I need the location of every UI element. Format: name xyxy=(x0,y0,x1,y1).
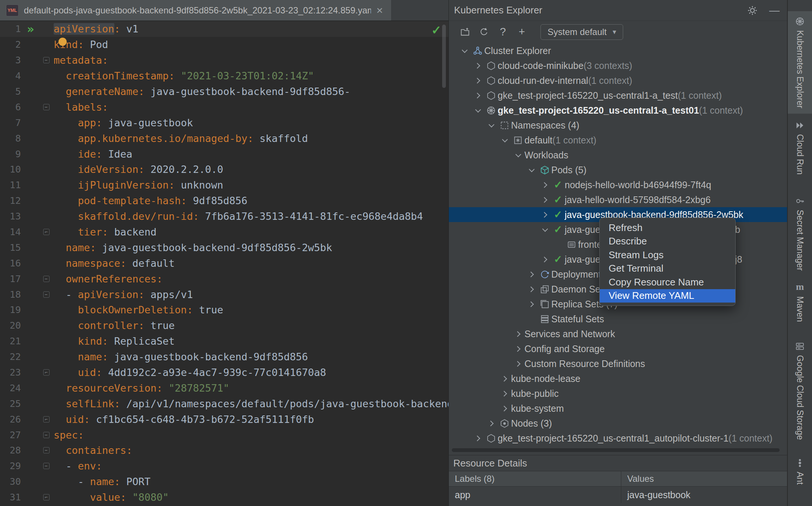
kube-context-dropdown[interactable]: System default ▾ xyxy=(540,24,623,40)
line-number[interactable]: 17 xyxy=(0,273,21,284)
tree-row-nodes-3-[interactable]: Nodes (3) xyxy=(449,416,787,431)
editor-line[interactable]: 18− - apiVersion: apps/v1 xyxy=(0,287,448,302)
tree-row-cloud-run-dev-internal[interactable]: cloud-run-dev-internal (1 context) xyxy=(449,73,787,88)
tree-row-kube-node-lease[interactable]: kube-node-lease xyxy=(449,371,787,386)
line-number[interactable]: 27 xyxy=(0,430,21,440)
editor-line[interactable]: 3−metadata: xyxy=(0,53,448,68)
line-number[interactable]: 20 xyxy=(0,320,21,331)
line-number[interactable]: 28 xyxy=(0,445,21,456)
line-number[interactable]: 2 xyxy=(0,39,21,50)
details-row[interactable]: app java-guestbook xyxy=(449,487,787,503)
chevron-right-icon[interactable] xyxy=(539,198,551,202)
tree-row-cloud-code-minikube[interactable]: cloud-code-minikube (3 contexts) xyxy=(449,58,787,73)
editor-line[interactable]: 13 skaffold.dev/run-id: 7fb6a176-3513-41… xyxy=(0,209,448,224)
fold-start-icon[interactable]: − xyxy=(43,447,50,453)
chevron-down-icon[interactable] xyxy=(525,169,538,171)
line-number[interactable]: 22 xyxy=(0,351,21,362)
chevron-down-icon[interactable] xyxy=(498,139,511,142)
chevron-down-icon[interactable] xyxy=(485,124,498,127)
menu-item-stream-logs[interactable]: Stream Logs xyxy=(600,248,735,262)
chevron-right-icon[interactable] xyxy=(512,362,524,366)
line-number[interactable]: 24 xyxy=(0,383,21,393)
tree-row-workloads[interactable]: Workloads xyxy=(449,148,787,162)
tree-row-gke-test-project-165220-us-central1-a-test[interactable]: gke_test-project-165220_us-central1-a_te… xyxy=(449,88,787,103)
tree-row-default[interactable]: default (1 context) xyxy=(449,133,787,148)
editor-line[interactable]: 29− - env: xyxy=(0,458,448,474)
line-number[interactable]: 9 xyxy=(0,149,21,159)
chevron-right-icon[interactable] xyxy=(472,64,484,68)
tree-row-namespaces-4-[interactable]: Namespaces (4) xyxy=(449,118,787,133)
tree-row-java-hello-world-57598df584-2xbg6[interactable]: ✓java-hello-world-57598df584-2xbg6 xyxy=(449,192,787,207)
chevron-right-icon[interactable] xyxy=(539,257,551,262)
chevron-right-icon[interactable] xyxy=(472,79,484,83)
chevron-right-icon[interactable] xyxy=(512,347,524,351)
editor-line[interactable]: 8 app.kubernetes.io/managed-by: skaffold xyxy=(0,130,448,146)
line-number[interactable]: 30 xyxy=(0,476,21,487)
menu-item-copy-resource-name[interactable]: Copy Resource Name xyxy=(600,275,735,289)
tool-stripe-cloud-run[interactable]: Cloud Run xyxy=(788,115,812,180)
editor-line[interactable]: 7 app: java-guestbook xyxy=(0,115,448,130)
tool-stripe-maven[interactable]: mMaven xyxy=(788,276,812,327)
line-number[interactable]: 1 xyxy=(0,23,21,34)
chevron-right-icon[interactable] xyxy=(498,407,511,411)
run-gutter-icon[interactable]: » xyxy=(27,22,34,36)
inspections-ok-icon[interactable]: ✓ xyxy=(431,23,441,37)
line-number[interactable]: 19 xyxy=(0,304,21,315)
menu-item-view-remote-yaml[interactable]: View Remote YAML xyxy=(600,289,735,303)
chevron-down-icon[interactable] xyxy=(472,109,484,112)
details-column-labels[interactable]: Labels (8) xyxy=(449,471,621,486)
editor-tab[interactable]: YML default-pods-java-guestbook-backend-… xyxy=(0,0,391,20)
tool-stripe-kubernetes-explorer[interactable]: Kubernetes Explorer xyxy=(788,11,812,114)
editor-line[interactable]: 12 pod-template-hash: 9df85d856 xyxy=(0,193,448,209)
fold-start-icon[interactable]: − xyxy=(43,432,50,438)
tree-row-kube-system[interactable]: kube-system xyxy=(449,401,787,416)
help-icon[interactable]: ? xyxy=(497,26,509,38)
chevron-right-icon[interactable] xyxy=(498,377,511,381)
tab-close-icon[interactable]: × xyxy=(376,5,383,16)
line-number[interactable]: 6 xyxy=(0,102,21,113)
editor-line[interactable]: 6− labels: xyxy=(0,99,448,115)
chevron-right-icon[interactable] xyxy=(498,392,511,396)
fold-end-icon[interactable]: ⌐ xyxy=(43,369,50,376)
editor-line[interactable]: 26⌐ uid: cf1bc654-c648-4b73-b672-52af511… xyxy=(0,411,448,427)
tree-row-cluster-explorer[interactable]: Cluster Explorer xyxy=(449,43,787,58)
line-number[interactable]: 11 xyxy=(0,180,21,190)
tree-row-kube-public[interactable]: kube-public xyxy=(449,386,787,401)
chevron-down-icon[interactable] xyxy=(539,228,551,231)
tool-stripe-google-cloud-storage[interactable]: Google Cloud Storage xyxy=(788,336,812,445)
line-number[interactable]: 10 xyxy=(0,164,21,175)
editor-line[interactable]: 21 kind: ReplicaSet xyxy=(0,333,448,349)
editor-line[interactable]: 19 blockOwnerDeletion: true xyxy=(0,302,448,318)
refresh-icon[interactable] xyxy=(478,26,490,38)
menu-item-get-terminal[interactable]: Get Terminal xyxy=(600,262,735,276)
chevron-right-icon[interactable] xyxy=(512,332,524,336)
tree-row-pods-5-[interactable]: Pods (5) xyxy=(449,162,787,177)
editor-line[interactable]: 5 generateName: java-guestbook-backend-9… xyxy=(0,84,448,99)
line-number[interactable]: 18 xyxy=(0,289,21,300)
tree-horizontal-scrollbar[interactable] xyxy=(452,448,780,452)
editor-line[interactable]: 27−spec: xyxy=(0,427,448,443)
line-number[interactable]: 4 xyxy=(0,70,21,81)
editor-line[interactable]: 15 name: java-guestbook-backend-9df85d85… xyxy=(0,240,448,255)
fold-start-icon[interactable]: − xyxy=(43,276,50,282)
editor-line[interactable]: 28− containers: xyxy=(0,443,448,458)
editor-line[interactable]: 2kind: Pod xyxy=(0,37,448,53)
line-number[interactable]: 15 xyxy=(0,242,21,253)
line-number[interactable]: 12 xyxy=(0,195,21,206)
fold-start-icon[interactable]: − xyxy=(43,57,50,63)
tree-row-nodejs-hello-world-b46944f99-7ft4q[interactable]: ✓nodejs-hello-world-b46944f99-7ft4q xyxy=(449,177,787,192)
line-number[interactable]: 23 xyxy=(0,367,21,378)
panel-divider[interactable] xyxy=(448,0,449,506)
chevron-right-icon[interactable] xyxy=(539,213,551,217)
tool-stripe-secret-manager[interactable]: Secret Manager xyxy=(788,191,812,276)
line-number[interactable]: 14 xyxy=(0,227,21,237)
tree-row-config-and-storage[interactable]: Config and Storage xyxy=(449,341,787,356)
tree-row-custom-resource-definitions[interactable]: Custom Resource Definitions xyxy=(449,356,787,371)
editor-line[interactable]: 14⌐ tier: backend xyxy=(0,224,448,240)
line-number[interactable]: 16 xyxy=(0,258,21,269)
editor-line[interactable]: 25 selfLink: /api/v1/namespaces/default/… xyxy=(0,396,448,411)
chevron-right-icon[interactable] xyxy=(472,436,484,440)
fold-start-icon[interactable]: − xyxy=(43,463,50,469)
plus-icon[interactable]: + xyxy=(516,26,528,38)
chevron-down-icon[interactable] xyxy=(512,154,524,156)
